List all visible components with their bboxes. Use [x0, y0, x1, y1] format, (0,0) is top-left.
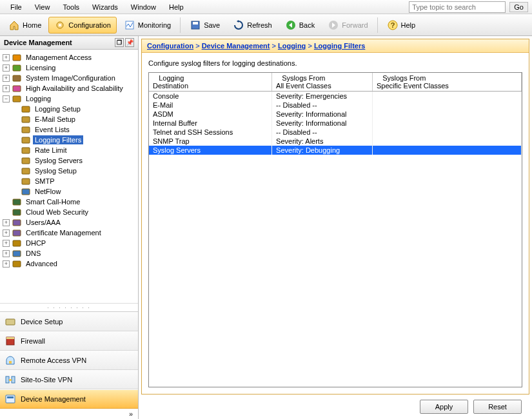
- table-row[interactable]: Internal BufferSeverity: Informational: [149, 119, 522, 128]
- panel-window-icon[interactable]: ❐: [115, 38, 124, 47]
- tree-item[interactable]: Logging Setup: [10, 104, 137, 114]
- table-row[interactable]: Syslog ServersSeverity: Debugging: [149, 146, 522, 155]
- nav-item[interactable]: Device Management: [0, 389, 138, 409]
- left-panel: Device Management ❐ 📌 +Management Access…: [0, 36, 139, 419]
- tree-expander[interactable]: −: [3, 95, 10, 102]
- tree-expander[interactable]: +: [3, 240, 10, 247]
- nav-item-icon: [4, 315, 17, 328]
- column-header[interactable]: Syslogs FromAll Event Classes: [272, 73, 373, 92]
- tree-item[interactable]: −Logging: [1, 93, 137, 104]
- svg-rect-35: [12, 376, 15, 383]
- help-button[interactable]: ? Help: [381, 17, 422, 34]
- reset-button[interactable]: Reset: [473, 400, 522, 414]
- nav-item[interactable]: Device Setup: [0, 312, 138, 331]
- bc-device-management[interactable]: Device Management: [202, 42, 270, 50]
- tree-expander[interactable]: +: [3, 54, 10, 61]
- panel-drag-handle[interactable]: · · · · · · · ·: [0, 303, 138, 311]
- svg-rect-20: [22, 168, 30, 174]
- menu-wizards[interactable]: Wizards: [86, 2, 124, 12]
- search-input[interactable]: [409, 1, 506, 13]
- tree-item-icon: [12, 238, 22, 248]
- nav-item-label: Device Setup: [21, 318, 63, 326]
- tree-item[interactable]: Smart Call-Home: [1, 197, 137, 207]
- menu-view[interactable]: View: [28, 2, 57, 12]
- tree-item[interactable]: Cloud Web Security: [1, 207, 137, 217]
- svg-rect-36: [9, 379, 12, 381]
- tree-item[interactable]: +DHCP: [1, 238, 137, 248]
- tree-item[interactable]: Syslog Servers: [10, 155, 137, 166]
- tree-item[interactable]: Rate Limit: [10, 145, 137, 155]
- tree-item[interactable]: NetFlow: [10, 186, 137, 197]
- tree-item[interactable]: Logging Filters: [10, 135, 137, 145]
- save-button[interactable]: Save: [184, 17, 226, 34]
- table-cell: -- Disabled --: [272, 101, 373, 110]
- tree-item-label: Syslog Setup: [33, 166, 79, 175]
- table-row[interactable]: Telnet and SSH Sessions-- Disabled --: [149, 128, 522, 137]
- table-row[interactable]: ConsoleSeverity: Emergencies: [149, 92, 522, 101]
- tree-expander[interactable]: +: [3, 75, 10, 82]
- table-cell: E-Mail: [149, 101, 272, 110]
- nav-item[interactable]: Remote Access VPN: [0, 351, 138, 370]
- monitoring-button[interactable]: Monitoring: [118, 17, 177, 34]
- tree-expander[interactable]: +: [3, 260, 10, 268]
- menu-tools[interactable]: Tools: [56, 2, 86, 12]
- menu-window[interactable]: Window: [124, 2, 163, 12]
- toolbar-divider: [180, 17, 181, 33]
- table-row[interactable]: E-Mail-- Disabled --: [149, 101, 522, 110]
- tree-item[interactable]: +Management Access: [1, 52, 137, 63]
- tree-item[interactable]: +Licensing: [1, 63, 137, 73]
- tree-expander[interactable]: +: [3, 219, 10, 226]
- bc-logging[interactable]: Logging: [278, 42, 306, 50]
- tree-expander[interactable]: +: [3, 229, 10, 237]
- svg-rect-17: [22, 137, 30, 143]
- tree-item[interactable]: Syslog Setup: [10, 166, 137, 176]
- go-button[interactable]: Go: [509, 2, 528, 12]
- tree-item-label: Advanced: [24, 259, 59, 268]
- tree-item[interactable]: E-Mail Setup: [10, 114, 137, 124]
- tree-item[interactable]: +High Availability and Scalability: [1, 83, 137, 93]
- filters-table[interactable]: LoggingDestination Syslogs FromAll Event…: [148, 72, 522, 387]
- tree-expander[interactable]: +: [3, 85, 10, 92]
- tree-item[interactable]: SMTP: [10, 176, 137, 186]
- expand-arrow[interactable]: »: [0, 409, 138, 419]
- table-cell: Console: [149, 92, 272, 101]
- table-row[interactable]: SNMP TrapSeverity: Alerts: [149, 137, 522, 146]
- home-button[interactable]: Home: [3, 17, 47, 34]
- bc-configuration[interactable]: Configuration: [147, 42, 193, 50]
- tree-expander[interactable]: +: [3, 250, 10, 257]
- tree-item[interactable]: +System Image/Configuration: [1, 73, 137, 83]
- breadcrumb: Configuration > Device Management > Logg…: [142, 39, 529, 53]
- menu-file[interactable]: File: [4, 2, 28, 12]
- svg-rect-21: [22, 179, 30, 184]
- nav-item[interactable]: Site-to-Site VPN: [0, 370, 138, 389]
- tree-item[interactable]: +Advanced: [1, 258, 137, 269]
- table-cell: Internal Buffer: [149, 119, 272, 128]
- back-icon: [285, 19, 297, 31]
- bc-logging-filters[interactable]: Logging Filters: [314, 42, 365, 50]
- tree-item-icon: [12, 197, 22, 207]
- tree-item[interactable]: Event Lists: [10, 124, 137, 135]
- tree-view[interactable]: +Management Access+Licensing+System Imag…: [0, 50, 138, 303]
- tree-item-label: Management Access: [24, 53, 94, 62]
- tree-item[interactable]: +Users/AAA: [1, 217, 137, 228]
- refresh-button[interactable]: Refresh: [227, 17, 278, 34]
- save-label: Save: [204, 21, 220, 29]
- tree-item[interactable]: +DNS: [1, 248, 137, 258]
- configuration-button[interactable]: Configuration: [48, 17, 116, 34]
- back-button[interactable]: Back: [279, 17, 320, 34]
- table-cell: Severity: Informational: [272, 119, 373, 128]
- forward-button[interactable]: Forward: [322, 17, 373, 34]
- table-row[interactable]: ASDMSeverity: Informational: [149, 110, 522, 119]
- tree-item-label: Event Lists: [33, 125, 72, 134]
- tree-expander[interactable]: +: [3, 64, 10, 72]
- apply-button[interactable]: Apply: [420, 400, 468, 414]
- column-header[interactable]: Syslogs FromSpecific Event Classes: [372, 73, 521, 92]
- svg-rect-22: [22, 189, 30, 195]
- tree-item-icon: [21, 114, 31, 124]
- column-header[interactable]: LoggingDestination: [149, 73, 272, 92]
- menu-help[interactable]: Help: [163, 2, 190, 12]
- tree-item[interactable]: +Certificate Management: [1, 228, 137, 238]
- panel-pin-icon[interactable]: 📌: [125, 38, 134, 47]
- nav-item[interactable]: Firewall: [0, 331, 138, 351]
- svg-rect-13: [13, 96, 21, 102]
